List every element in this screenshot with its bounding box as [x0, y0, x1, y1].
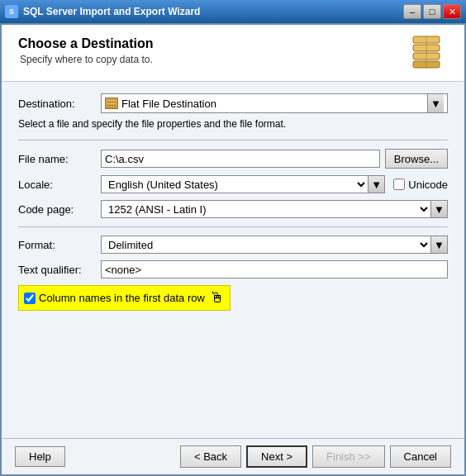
window-controls: – □ ✕ [403, 4, 461, 19]
back-button[interactable]: < Back [180, 445, 241, 468]
text-qualifier-row: Text qualifier: [18, 260, 448, 278]
code-page-select-wrap: 1252 (ANSI - Latin I) ▼ [101, 200, 448, 218]
cursor-pointer: 🖱 [210, 289, 225, 307]
close-button[interactable]: ✕ [443, 4, 461, 19]
code-page-row: Code page: 1252 (ANSI - Latin I) ▼ [18, 200, 448, 218]
format-label: Format: [18, 239, 101, 251]
code-page-select[interactable]: 1252 (ANSI - Latin I) [102, 201, 430, 217]
locale-label-text: Locale: [18, 178, 53, 191]
browse-button[interactable]: Browse... [385, 149, 448, 169]
wizard-footer: Help < Back Next > Finish >> Cancel [2, 438, 464, 474]
svg-rect-5 [107, 99, 116, 102]
format-select-wrap: Delimited ▼ [101, 236, 448, 254]
app-icon: S [5, 5, 18, 18]
text-qualifier-label-text: Text qualifier: [18, 264, 82, 276]
code-page-dropdown-arrow[interactable]: ▼ [430, 201, 447, 217]
cancel-button[interactable]: Cancel [390, 445, 451, 468]
maximize-button[interactable]: □ [423, 4, 441, 19]
locale-select-wrap: English (United States) ▼ [101, 175, 385, 193]
format-row: Format: Delimited ▼ [18, 236, 448, 254]
finish-button[interactable]: Finish >> [312, 445, 384, 468]
wizard-content: Destination: Flat File Destination ▼ Sel… [2, 82, 464, 438]
code-page-label: Code page: [18, 203, 101, 216]
format-dropdown-arrow[interactable]: ▼ [430, 236, 447, 253]
wizard-body: Choose a Destination Specify where to co… [0, 23, 466, 476]
destination-dropdown-arrow[interactable]: ▼ [427, 94, 444, 112]
text-qualifier-input[interactable] [101, 260, 448, 278]
destination-row: Destination: Flat File Destination ▼ [18, 93, 448, 113]
info-text: Select a file and specify the file prope… [18, 118, 448, 130]
file-name-label: File name: [18, 153, 101, 165]
next-button[interactable]: Next > [246, 445, 307, 468]
code-page-label-text: Code page: [18, 203, 74, 216]
locale-row: Locale: English (United States) ▼ Unicod… [18, 175, 448, 193]
locale-label: Locale: [18, 178, 101, 191]
wizard-header: Choose a Destination Specify where to co… [2, 25, 464, 82]
help-button[interactable]: Help [15, 446, 65, 467]
separator-1 [18, 140, 448, 140]
destination-label: Destination: [18, 98, 101, 110]
file-name-input[interactable] [101, 150, 380, 168]
unicode-checkbox[interactable] [393, 178, 405, 190]
format-label-text: Format: [18, 239, 55, 251]
destination-db-icon [105, 98, 118, 109]
separator-2 [18, 226, 448, 227]
locale-dropdown-arrow[interactable]: ▼ [368, 176, 384, 193]
window-title: SQL Server Import and Export Wizard [23, 6, 200, 17]
footer-right: < Back Next > Finish >> Cancel [180, 445, 451, 468]
format-select[interactable]: Delimited [102, 236, 430, 253]
svg-rect-6 [107, 102, 116, 105]
file-name-row: File name: Browse... [18, 149, 448, 169]
wizard-subtitle: Specify where to copy data to. [20, 54, 154, 65]
unicode-wrap: Unicode [393, 178, 448, 191]
unicode-label: Unicode [408, 178, 448, 191]
locale-select[interactable]: English (United States) [102, 176, 368, 193]
header-icon [405, 33, 448, 73]
destination-value: Flat File Destination [121, 98, 424, 110]
svg-rect-7 [107, 106, 116, 108]
text-qualifier-label: Text qualifier: [18, 264, 101, 276]
minimize-button[interactable]: – [403, 4, 421, 19]
title-bar: S SQL Server Import and Export Wizard – … [0, 0, 466, 23]
column-names-row[interactable]: Column names in the first data row 🖱 [18, 285, 231, 311]
column-names-label: Column names in the first data row [39, 292, 205, 304]
column-names-checkbox[interactable] [24, 293, 36, 304]
file-name-label-text: File name: [18, 153, 69, 165]
wizard-title: Choose a Destination [18, 36, 154, 51]
